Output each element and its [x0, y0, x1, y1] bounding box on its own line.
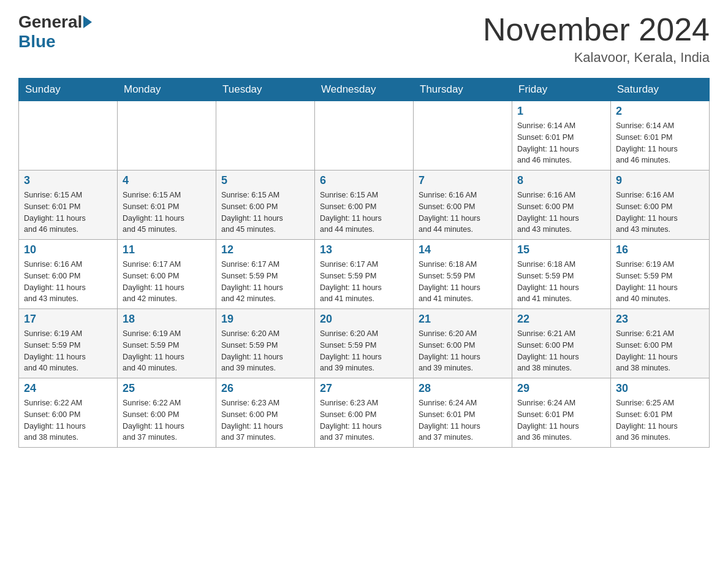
day-info: Sunrise: 6:23 AM Sunset: 6:00 PM Dayligh… [320, 397, 408, 443]
day-info: Sunrise: 6:15 AM Sunset: 6:01 PM Dayligh… [24, 190, 112, 236]
calendar-cell: 26Sunrise: 6:23 AM Sunset: 6:00 PM Dayli… [216, 378, 315, 448]
page-header: General Blue November 2024 Kalavoor, Ker… [18, 12, 710, 66]
day-number: 9 [616, 174, 704, 187]
month-title: November 2024 [483, 12, 710, 47]
day-number: 23 [616, 313, 704, 326]
day-info: Sunrise: 6:24 AM Sunset: 6:01 PM Dayligh… [419, 397, 507, 443]
calendar-cell: 24Sunrise: 6:22 AM Sunset: 6:00 PM Dayli… [19, 378, 118, 448]
calendar-cell [19, 101, 118, 170]
calendar-cell: 20Sunrise: 6:20 AM Sunset: 5:59 PM Dayli… [315, 309, 414, 378]
day-info: Sunrise: 6:14 AM Sunset: 6:01 PM Dayligh… [616, 120, 704, 166]
day-number: 17 [24, 313, 112, 326]
day-number: 28 [419, 382, 507, 395]
calendar-cell: 25Sunrise: 6:22 AM Sunset: 6:00 PM Dayli… [118, 378, 216, 448]
logo-general-text: General [18, 12, 82, 32]
calendar-week-row: 24Sunrise: 6:22 AM Sunset: 6:00 PM Dayli… [19, 378, 710, 448]
day-info: Sunrise: 6:21 AM Sunset: 6:00 PM Dayligh… [517, 328, 605, 374]
day-info: Sunrise: 6:20 AM Sunset: 6:00 PM Dayligh… [419, 328, 507, 374]
day-info: Sunrise: 6:15 AM Sunset: 6:01 PM Dayligh… [123, 190, 211, 236]
calendar-cell: 11Sunrise: 6:17 AM Sunset: 6:00 PM Dayli… [118, 240, 216, 309]
day-number: 27 [320, 382, 408, 395]
logo: General Blue [18, 12, 93, 52]
day-info: Sunrise: 6:17 AM Sunset: 6:00 PM Dayligh… [123, 259, 211, 305]
day-number: 11 [123, 243, 211, 256]
day-number: 6 [320, 174, 408, 187]
day-info: Sunrise: 6:16 AM Sunset: 6:00 PM Dayligh… [419, 190, 507, 236]
day-number: 10 [24, 243, 112, 256]
day-info: Sunrise: 6:19 AM Sunset: 5:59 PM Dayligh… [616, 259, 704, 305]
calendar-cell: 10Sunrise: 6:16 AM Sunset: 6:00 PM Dayli… [19, 240, 118, 309]
day-number: 7 [419, 174, 507, 187]
day-number: 12 [221, 243, 309, 256]
day-number: 14 [419, 243, 507, 256]
calendar-cell: 13Sunrise: 6:17 AM Sunset: 5:59 PM Dayli… [315, 240, 414, 309]
day-info: Sunrise: 6:19 AM Sunset: 5:59 PM Dayligh… [123, 328, 211, 374]
day-info: Sunrise: 6:18 AM Sunset: 5:59 PM Dayligh… [419, 259, 507, 305]
calendar-cell: 15Sunrise: 6:18 AM Sunset: 5:59 PM Dayli… [512, 240, 611, 309]
calendar-cell [315, 101, 414, 170]
calendar-cell: 6Sunrise: 6:15 AM Sunset: 6:00 PM Daylig… [315, 170, 414, 240]
calendar-cell: 8Sunrise: 6:16 AM Sunset: 6:00 PM Daylig… [512, 170, 611, 240]
day-info: Sunrise: 6:18 AM Sunset: 5:59 PM Dayligh… [517, 259, 605, 305]
calendar-cell: 28Sunrise: 6:24 AM Sunset: 6:01 PM Dayli… [414, 378, 512, 448]
logo-blue-text: Blue [18, 32, 56, 52]
calendar-cell: 9Sunrise: 6:16 AM Sunset: 6:00 PM Daylig… [611, 170, 710, 240]
calendar-cell [414, 101, 512, 170]
calendar-week-row: 3Sunrise: 6:15 AM Sunset: 6:01 PM Daylig… [19, 170, 710, 240]
weekday-header: Saturday [611, 79, 710, 101]
day-info: Sunrise: 6:17 AM Sunset: 5:59 PM Dayligh… [221, 259, 309, 305]
day-number: 2 [616, 105, 704, 118]
day-info: Sunrise: 6:16 AM Sunset: 6:00 PM Dayligh… [24, 259, 112, 305]
calendar-cell: 29Sunrise: 6:24 AM Sunset: 6:01 PM Dayli… [512, 378, 611, 448]
day-number: 5 [221, 174, 309, 187]
day-number: 18 [123, 313, 211, 326]
day-number: 21 [419, 313, 507, 326]
day-number: 13 [320, 243, 408, 256]
day-info: Sunrise: 6:17 AM Sunset: 5:59 PM Dayligh… [320, 259, 408, 305]
day-info: Sunrise: 6:15 AM Sunset: 6:00 PM Dayligh… [320, 190, 408, 236]
weekday-header: Sunday [19, 79, 118, 101]
day-number: 25 [123, 382, 211, 395]
calendar-cell: 21Sunrise: 6:20 AM Sunset: 6:00 PM Dayli… [414, 309, 512, 378]
calendar-week-row: 17Sunrise: 6:19 AM Sunset: 5:59 PM Dayli… [19, 309, 710, 378]
day-info: Sunrise: 6:19 AM Sunset: 5:59 PM Dayligh… [24, 328, 112, 374]
day-info: Sunrise: 6:16 AM Sunset: 6:00 PM Dayligh… [616, 190, 704, 236]
calendar-cell: 12Sunrise: 6:17 AM Sunset: 5:59 PM Dayli… [216, 240, 315, 309]
weekday-header: Tuesday [216, 79, 315, 101]
day-info: Sunrise: 6:22 AM Sunset: 6:00 PM Dayligh… [123, 397, 211, 443]
weekday-header: Friday [512, 79, 611, 101]
calendar-cell: 7Sunrise: 6:16 AM Sunset: 6:00 PM Daylig… [414, 170, 512, 240]
calendar-cell: 17Sunrise: 6:19 AM Sunset: 5:59 PM Dayli… [19, 309, 118, 378]
day-number: 20 [320, 313, 408, 326]
day-number: 1 [517, 105, 605, 118]
calendar-cell: 3Sunrise: 6:15 AM Sunset: 6:01 PM Daylig… [19, 170, 118, 240]
calendar-cell: 14Sunrise: 6:18 AM Sunset: 5:59 PM Dayli… [414, 240, 512, 309]
day-number: 4 [123, 174, 211, 187]
calendar-cell: 27Sunrise: 6:23 AM Sunset: 6:00 PM Dayli… [315, 378, 414, 448]
calendar-cell: 2Sunrise: 6:14 AM Sunset: 6:01 PM Daylig… [611, 101, 710, 170]
calendar-cell [118, 101, 216, 170]
day-info: Sunrise: 6:16 AM Sunset: 6:00 PM Dayligh… [517, 190, 605, 236]
day-number: 3 [24, 174, 112, 187]
day-number: 16 [616, 243, 704, 256]
day-info: Sunrise: 6:21 AM Sunset: 6:00 PM Dayligh… [616, 328, 704, 374]
calendar-cell: 1Sunrise: 6:14 AM Sunset: 6:01 PM Daylig… [512, 101, 611, 170]
day-info: Sunrise: 6:24 AM Sunset: 6:01 PM Dayligh… [517, 397, 605, 443]
calendar-cell [216, 101, 315, 170]
calendar-cell: 30Sunrise: 6:25 AM Sunset: 6:01 PM Dayli… [611, 378, 710, 448]
calendar-week-row: 10Sunrise: 6:16 AM Sunset: 6:00 PM Dayli… [19, 240, 710, 309]
calendar-cell: 5Sunrise: 6:15 AM Sunset: 6:00 PM Daylig… [216, 170, 315, 240]
day-number: 26 [221, 382, 309, 395]
day-info: Sunrise: 6:20 AM Sunset: 5:59 PM Dayligh… [221, 328, 309, 374]
weekday-header-row: SundayMondayTuesdayWednesdayThursdayFrid… [19, 79, 710, 101]
calendar-cell: 19Sunrise: 6:20 AM Sunset: 5:59 PM Dayli… [216, 309, 315, 378]
weekday-header: Wednesday [315, 79, 414, 101]
day-info: Sunrise: 6:22 AM Sunset: 6:00 PM Dayligh… [24, 397, 112, 443]
calendar-table: SundayMondayTuesdayWednesdayThursdayFrid… [18, 78, 710, 448]
day-number: 22 [517, 313, 605, 326]
day-number: 29 [517, 382, 605, 395]
day-info: Sunrise: 6:15 AM Sunset: 6:00 PM Dayligh… [221, 190, 309, 236]
calendar-cell: 18Sunrise: 6:19 AM Sunset: 5:59 PM Dayli… [118, 309, 216, 378]
day-number: 8 [517, 174, 605, 187]
title-section: November 2024 Kalavoor, Kerala, India [483, 12, 710, 66]
